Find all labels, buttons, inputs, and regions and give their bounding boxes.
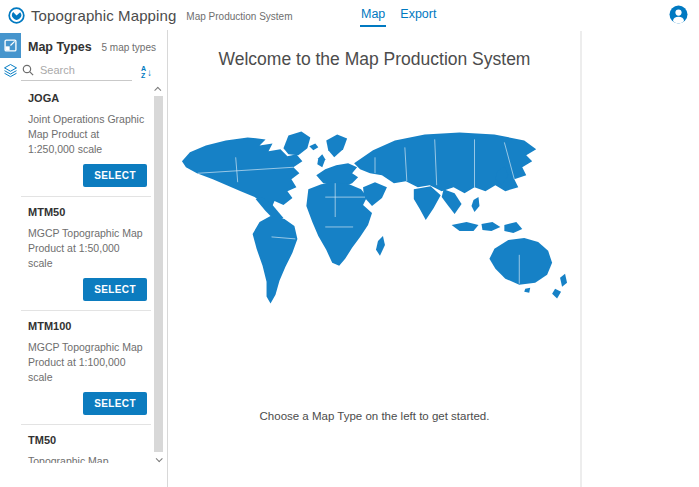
map-type-name: MTM100 bbox=[28, 320, 147, 332]
select-button[interactable]: SELECT bbox=[83, 392, 147, 415]
search-input[interactable] bbox=[40, 64, 126, 76]
globe-logo-icon bbox=[8, 7, 25, 24]
map-type-item: TM50 Topographic Map Product at 1:50,000… bbox=[21, 425, 151, 463]
instruction-text: Choose a Map Type on the left to get sta… bbox=[168, 410, 581, 422]
map-type-item: MTM50 MGCP Topographic Map Product at 1:… bbox=[21, 197, 151, 311]
map-type-description: MGCP Topographic Map Product at 1:50,000… bbox=[28, 226, 147, 271]
app-title: Topographic Mapping bbox=[31, 7, 176, 24]
map-type-name: TM50 bbox=[28, 434, 147, 446]
panel-header: Map Types 5 map types bbox=[21, 38, 165, 56]
map-production-app: Topographic Mapping Map Production Syste… bbox=[0, 0, 699, 487]
select-button[interactable]: SELECT bbox=[83, 278, 147, 301]
user-avatar-button[interactable] bbox=[669, 5, 688, 24]
panel-title: Map Types bbox=[28, 40, 92, 54]
map-type-description: MGCP Topographic Map Product at 1:100,00… bbox=[28, 340, 147, 385]
map-type-name: JOGA bbox=[28, 92, 147, 104]
search-box bbox=[21, 64, 132, 81]
search-icon bbox=[22, 64, 34, 76]
map-types-sidebar: Map Types 5 map types A Z ↓ JOGA Joint bbox=[0, 30, 168, 487]
tab-export[interactable]: Export bbox=[399, 0, 437, 27]
map-type-description: Topographic Map Product at 1:50,000 scal… bbox=[28, 454, 147, 463]
scrollbar-thumb[interactable] bbox=[154, 96, 163, 452]
welcome-heading: Welcome to the Map Production System bbox=[168, 49, 581, 70]
map-products-panel-tab[interactable] bbox=[0, 33, 21, 58]
layers-panel-tab[interactable] bbox=[0, 58, 21, 83]
sort-down-arrow-icon: ↓ bbox=[147, 67, 152, 78]
select-button[interactable]: SELECT bbox=[83, 164, 147, 187]
world-map-image bbox=[176, 127, 574, 313]
search-row: A Z ↓ bbox=[21, 59, 152, 81]
nav-tabs: Map Export bbox=[360, 0, 437, 30]
sort-az-letters: A Z bbox=[141, 66, 146, 79]
tab-map[interactable]: Map bbox=[360, 0, 386, 27]
app-header: Topographic Mapping Map Production Syste… bbox=[0, 0, 699, 30]
main-scrollbar-track bbox=[580, 31, 582, 487]
map-type-description: Joint Operations Graphic Map Product at … bbox=[28, 112, 147, 157]
scroll-up-button[interactable] bbox=[153, 83, 164, 95]
map-type-name: MTM50 bbox=[28, 206, 147, 218]
scroll-down-button[interactable] bbox=[153, 453, 164, 465]
sort-az-button[interactable]: A Z ↓ bbox=[141, 66, 152, 81]
map-type-actions: SELECT bbox=[28, 278, 147, 301]
map-type-actions: SELECT bbox=[28, 392, 147, 415]
map-type-item: JOGA Joint Operations Graphic Map Produc… bbox=[21, 83, 151, 197]
map-type-item: MTM100 MGCP Topographic Map Product at 1… bbox=[21, 311, 151, 425]
chevron-up-icon bbox=[154, 86, 161, 93]
map-type-actions: SELECT bbox=[28, 164, 147, 187]
chevron-down-icon bbox=[156, 455, 163, 462]
map-type-list: JOGA Joint Operations Graphic Map Produc… bbox=[21, 83, 151, 463]
layers-icon bbox=[3, 63, 18, 78]
map-type-count: 5 map types bbox=[102, 42, 156, 53]
panel-icon-strip bbox=[0, 33, 21, 83]
main-panel: Welcome to the Map Production System bbox=[168, 30, 699, 487]
map-product-icon bbox=[3, 38, 18, 53]
sidebar-scrollbar bbox=[153, 83, 164, 465]
brand: Topographic Mapping Map Production Syste… bbox=[8, 0, 293, 30]
app-subtitle: Map Production System bbox=[186, 8, 292, 22]
